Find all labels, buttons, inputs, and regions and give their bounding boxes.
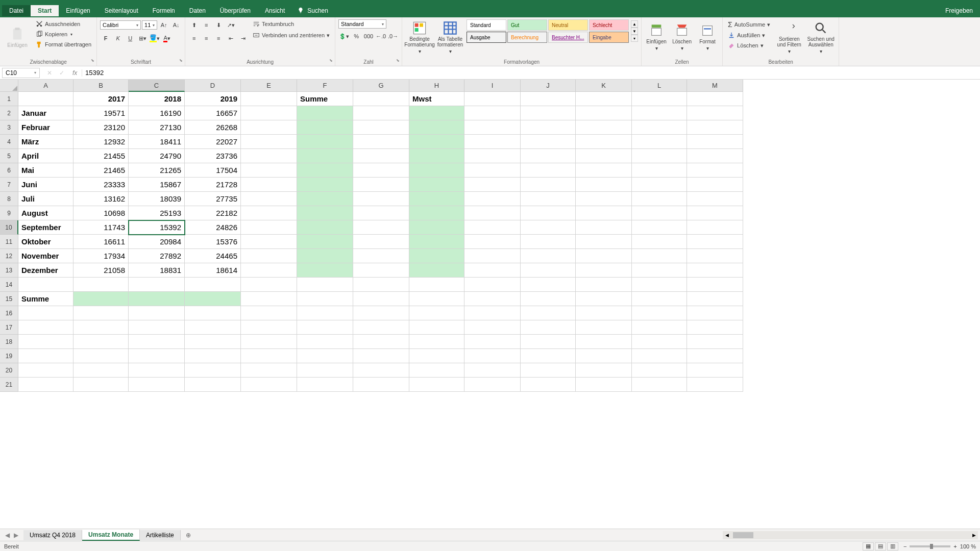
cell-F12[interactable] [297,249,353,263]
decrease-decimal-button[interactable]: .0→ [387,31,399,42]
cell-B5[interactable]: 21455 [74,149,129,163]
cell-F8[interactable] [297,192,353,206]
cell-H9[interactable] [409,206,464,220]
cell-J5[interactable] [521,149,576,163]
add-sheet-button[interactable]: ⊕ [181,532,196,539]
view-pagebreak-button[interactable]: ▥ [887,542,898,550]
cell-E5[interactable] [241,149,297,163]
cell-M16[interactable] [687,306,743,320]
cell-L15[interactable] [632,292,687,306]
cell-D17[interactable] [185,320,241,335]
align-middle-button[interactable]: ≡ [201,19,212,31]
cell-H14[interactable] [409,278,464,292]
delete-cells-button[interactable]: Löschen▾ [670,19,694,55]
cell-B7[interactable]: 23333 [74,178,129,192]
cell-E12[interactable] [241,249,297,263]
cell-I17[interactable] [464,320,521,335]
select-all-corner[interactable] [0,80,18,92]
cell-A16[interactable] [18,306,74,320]
cell-I12[interactable] [464,249,521,263]
cell-E20[interactable] [241,363,297,378]
increase-decimal-button[interactable]: ←.0 [375,31,386,42]
cell-B9[interactable]: 10698 [74,206,129,220]
cell-A12[interactable]: November [18,249,74,263]
zoom-out-button[interactable]: − [903,543,906,549]
cell-F11[interactable] [297,235,353,249]
cell-C10[interactable]: 15392 [129,220,185,235]
row-header-7[interactable]: 7 [0,178,18,192]
border-button[interactable]: ⊞▾ [137,33,148,44]
sort-filter-button[interactable]: Sortieren und Filtern▾ [774,19,804,55]
cell-A5[interactable]: April [18,149,74,163]
cell-B4[interactable]: 12932 [74,135,129,149]
copy-button[interactable]: Kopieren▾ [34,30,93,39]
cell-I8[interactable] [464,192,521,206]
underline-button[interactable]: U [125,33,136,44]
paste-button[interactable]: Einfügen [3,19,32,55]
cell-E19[interactable] [241,349,297,363]
cell-K20[interactable] [576,363,632,378]
zoom-slider[interactable] [910,545,950,547]
cell-F10[interactable] [297,220,353,235]
sheet-tab-umsatzmonate[interactable]: Umsatz Monate [82,530,140,541]
cell-J8[interactable] [521,192,576,206]
cell-K13[interactable] [576,263,632,278]
cell-H6[interactable] [409,163,464,178]
cell-C8[interactable]: 18039 [129,192,185,206]
cell-A9[interactable]: August [18,206,74,220]
view-normal-button[interactable]: ▦ [863,542,874,550]
cell-A10[interactable]: September [18,220,74,235]
row-header-3[interactable]: 3 [0,120,18,135]
cell-H7[interactable] [409,178,464,192]
row-header-8[interactable]: 8 [0,192,18,206]
tab-seitenlayout[interactable]: Seitenlayout [97,5,145,16]
fill-button[interactable]: Ausfüllen▾ [726,31,772,40]
cell-L13[interactable] [632,263,687,278]
style-berechnung[interactable]: Berechnung [507,32,547,43]
cell-C17[interactable] [129,320,185,335]
cell-L3[interactable] [632,120,687,135]
sheet-tab-artikelliste[interactable]: Artikelliste [140,530,181,540]
cell-E9[interactable] [241,206,297,220]
font-color-button[interactable]: A▾ [161,33,173,44]
cell-B16[interactable] [74,306,129,320]
cell-B11[interactable]: 16611 [74,235,129,249]
cell-C4[interactable]: 18411 [129,135,185,149]
cell-F1[interactable]: Summe [297,92,353,106]
cell-J2[interactable] [521,106,576,120]
cell-C19[interactable] [129,349,185,363]
cell-D12[interactable]: 24465 [185,249,241,263]
cell-I2[interactable] [464,106,521,120]
cell-M1[interactable] [687,92,743,106]
cell-C5[interactable]: 24790 [129,149,185,163]
cell-C11[interactable]: 20984 [129,235,185,249]
cell-E2[interactable] [241,106,297,120]
cell-J9[interactable] [521,206,576,220]
sheet-nav-first[interactable]: ◀ [5,532,10,539]
cell-J18[interactable] [521,335,576,349]
cell-A3[interactable]: Februar [18,120,74,135]
cell-B20[interactable] [74,363,129,378]
tab-file[interactable]: Datei [2,5,31,16]
cell-G17[interactable] [353,320,409,335]
cell-L1[interactable] [632,92,687,106]
cell-E3[interactable] [241,120,297,135]
cell-D7[interactable]: 21728 [185,178,241,192]
clear-button[interactable]: Löschen▾ [726,41,772,50]
row-header-15[interactable]: 15 [0,292,18,306]
cell-A17[interactable] [18,320,74,335]
column-header-H[interactable]: H [409,80,464,92]
row-header-20[interactable]: 20 [0,363,18,378]
cell-F5[interactable] [297,149,353,163]
cell-F19[interactable] [297,349,353,363]
formula-input[interactable] [82,68,980,78]
cell-G21[interactable] [353,378,409,392]
cell-G15[interactable] [353,292,409,306]
cell-M13[interactable] [687,263,743,278]
cell-L8[interactable] [632,192,687,206]
cell-K17[interactable] [576,320,632,335]
cell-M17[interactable] [687,320,743,335]
cell-H5[interactable] [409,149,464,163]
row-header-19[interactable]: 19 [0,349,18,363]
cell-I16[interactable] [464,306,521,320]
